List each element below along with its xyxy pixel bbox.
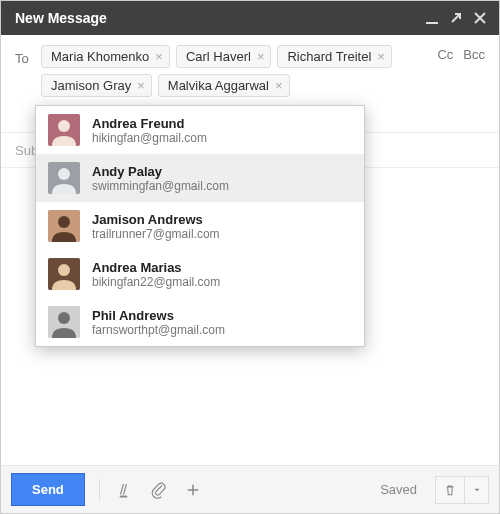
recipient-chip[interactable]: Richard Treitel× [277,45,391,68]
recipient-chip-label: Richard Treitel [287,49,371,64]
contact-name: Phil Andrews [92,308,225,323]
contact-suggestion[interactable]: Phil Andrewsfarnsworthpt@gmail.com [36,298,364,346]
recipient-chip[interactable]: Maria Khomenko× [41,45,170,68]
close-icon[interactable] [471,9,489,27]
remove-chip-icon[interactable]: × [377,50,385,63]
discard-button[interactable] [435,476,465,504]
contact-email: bikingfan22@gmail.com [92,275,220,289]
contact-text: Andrea Mariasbikingfan22@gmail.com [92,260,220,289]
svg-point-6 [58,216,70,228]
contact-name: Jamison Andrews [92,212,220,227]
contact-suggestion[interactable]: Andrea Mariasbikingfan22@gmail.com [36,250,364,298]
contact-suggestion[interactable]: Andy Palayswimmingfan@gmail.com [36,154,364,202]
remove-chip-icon[interactable]: × [155,50,163,63]
attachment-icon[interactable] [148,479,170,501]
remove-chip-icon[interactable]: × [257,50,265,63]
recipient-chip-label: Carl Haverl [186,49,251,64]
recipient-chip-label: Jamison Gray [51,78,131,93]
recipient-chip-label: Malvika Aggarwal [168,78,269,93]
contact-suggestion[interactable]: Andrea Freundhikingfan@gmail.com [36,106,364,154]
svg-point-10 [58,312,70,324]
svg-point-4 [58,168,70,180]
compose-window: New Message To Maria Khomenko×Carl Haver… [0,0,500,514]
contact-email: trailrunner7@gmail.com [92,227,220,241]
window-title: New Message [15,10,107,26]
svg-point-8 [58,264,70,276]
insert-icon[interactable] [182,479,204,501]
contact-text: Andrea Freundhikingfan@gmail.com [92,116,207,145]
svg-point-2 [58,120,70,132]
saved-indicator: Saved [380,482,417,497]
popout-icon[interactable] [447,9,465,27]
avatar [48,258,80,290]
send-button[interactable]: Send [11,473,85,506]
avatar [48,114,80,146]
cc-button[interactable]: Cc [437,47,453,62]
contact-suggestion[interactable]: Jamison Andrewstrailrunner7@gmail.com [36,202,364,250]
contact-name: Andrea Marias [92,260,220,275]
contact-email: swimmingfan@gmail.com [92,179,229,193]
remove-chip-icon[interactable]: × [137,79,145,92]
more-options-button[interactable] [465,476,489,504]
contact-email: hikingfan@gmail.com [92,131,207,145]
contact-text: Phil Andrewsfarnsworthpt@gmail.com [92,308,225,337]
recipients-section: To Maria Khomenko×Carl Haverl×Richard Tr… [1,35,499,133]
remove-chip-icon[interactable]: × [275,79,283,92]
titlebar: New Message [1,1,499,35]
toolbar-separator [99,479,100,501]
contact-name: Andrea Freund [92,116,207,131]
contact-text: Andy Palayswimmingfan@gmail.com [92,164,229,193]
compose-toolbar: Send Saved [1,465,499,513]
bcc-button[interactable]: Bcc [463,47,485,62]
contact-suggestions-dropdown: Andrea Freundhikingfan@gmail.comAndy Pal… [35,105,365,347]
minimize-icon[interactable] [423,9,441,27]
recipient-chip[interactable]: Carl Haverl× [176,45,272,68]
avatar [48,162,80,194]
contact-text: Jamison Andrewstrailrunner7@gmail.com [92,212,220,241]
recipient-chip-label: Maria Khomenko [51,49,149,64]
to-label: To [15,45,41,66]
cc-bcc-controls: Cc Bcc [437,47,485,62]
avatar [48,210,80,242]
contact-email: farnsworthpt@gmail.com [92,323,225,337]
recipient-chip[interactable]: Jamison Gray× [41,74,152,97]
formatting-icon[interactable] [114,479,136,501]
contact-name: Andy Palay [92,164,229,179]
recipient-chip[interactable]: Malvika Aggarwal× [158,74,290,97]
avatar [48,306,80,338]
